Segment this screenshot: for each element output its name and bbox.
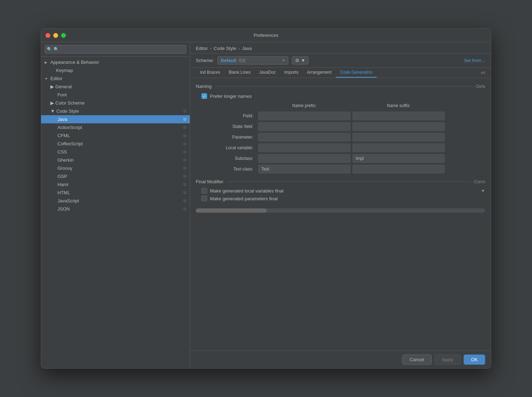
parameter-suffix-input[interactable] bbox=[353, 133, 445, 141]
close-button[interactable] bbox=[45, 33, 50, 38]
tab-ind-braces[interactable]: ind Braces bbox=[196, 68, 225, 78]
tab-imports[interactable]: Imports bbox=[280, 68, 303, 78]
search-input[interactable] bbox=[45, 45, 186, 54]
sidebar-item-label: Keymap bbox=[50, 68, 73, 73]
sidebar-item-java[interactable]: Java ⧉ bbox=[41, 115, 190, 123]
arrow-icon: ▼ bbox=[45, 108, 55, 114]
sidebar-item-json[interactable]: JSON ⧉ bbox=[41, 205, 190, 213]
sidebar-item-label: Gherkin bbox=[57, 157, 74, 163]
field-label: Field: bbox=[203, 113, 256, 118]
ok-button[interactable]: OK bbox=[464, 354, 485, 365]
sidebar-item-label: CoffeeScript bbox=[57, 141, 83, 146]
scheme-dropdown[interactable]: Default IDE ▼ bbox=[217, 56, 288, 65]
scheme-scope: IDE bbox=[238, 58, 246, 63]
copy-icon: ⧉ bbox=[183, 198, 186, 203]
traffic-lights bbox=[45, 33, 66, 38]
static-field-prefix-input[interactable] bbox=[258, 122, 350, 131]
sidebar-item-css[interactable]: CSS ⧉ bbox=[41, 148, 190, 156]
local-variable-suffix-input[interactable] bbox=[353, 144, 445, 152]
arrow-icon: ▶ bbox=[45, 84, 54, 89]
breadcrumb-code-style: Code Style bbox=[214, 46, 236, 51]
copy-icon: ⧉ bbox=[183, 158, 186, 162]
sidebar-item-general[interactable]: ▶ General bbox=[41, 83, 190, 91]
sidebar-item-label: JSON bbox=[57, 206, 70, 212]
sidebar-item-editor[interactable]: ▼ Editor bbox=[41, 74, 190, 83]
field-prefix-input[interactable] bbox=[258, 112, 350, 120]
set-from-link[interactable]: Set from... bbox=[464, 58, 485, 63]
breadcrumb-java: Java bbox=[242, 46, 251, 51]
breadcrumb: Editor › Code Style › Java bbox=[190, 42, 491, 54]
tab-code-generation[interactable]: Code Generation bbox=[336, 68, 377, 78]
parameters-final-checkbox[interactable] bbox=[201, 196, 207, 201]
sidebar-item-actionscript[interactable]: ActionScript ⧉ bbox=[41, 123, 190, 132]
static-field-suffix-input[interactable] bbox=[353, 122, 445, 131]
copy-icon: ⧉ bbox=[183, 109, 186, 113]
local-variables-final-row: Make generated local variables final ▼ bbox=[201, 188, 485, 194]
sidebar-item-gherkin[interactable]: Gherkin ⧉ bbox=[41, 156, 190, 164]
naming-section-header: Naming Defa bbox=[196, 84, 485, 89]
gear-button[interactable]: ⚙ ▼ bbox=[292, 56, 309, 65]
sidebar-item-label: Java bbox=[57, 117, 67, 122]
tab-overflow[interactable]: ≡4 bbox=[481, 71, 485, 75]
sidebar-item-groovy[interactable]: Groovy ⧉ bbox=[41, 164, 190, 172]
copy-icon: ⧉ bbox=[183, 182, 186, 187]
sidebar-item-label: Editor bbox=[50, 76, 62, 81]
tab-arrangement[interactable]: Arrangement bbox=[303, 68, 336, 78]
tab-javadoc[interactable]: JavaDoc bbox=[255, 68, 280, 78]
minimize-button[interactable] bbox=[53, 33, 58, 38]
sidebar-item-coffeescript[interactable]: CoffeeScript ⧉ bbox=[41, 140, 190, 148]
sidebar-item-appearance[interactable]: ▶ Appearance & Behavior bbox=[41, 58, 190, 66]
sidebar-item-gsp[interactable]: GSP ⧉ bbox=[41, 172, 190, 180]
sidebar-item-haml[interactable]: Haml ⧉ bbox=[41, 180, 190, 189]
local-variables-final-checkbox[interactable] bbox=[201, 188, 207, 194]
dropdown-toggle-icon[interactable]: ▼ bbox=[481, 188, 485, 194]
test-class-suffix-input[interactable] bbox=[353, 165, 445, 173]
apply-button[interactable]: Apply bbox=[434, 354, 461, 365]
final-modifier-header: Final Modifier Comn bbox=[196, 179, 485, 184]
naming-divider bbox=[215, 86, 476, 86]
sidebar-item-label: GSP bbox=[57, 174, 67, 179]
field-suffix-input[interactable] bbox=[353, 112, 445, 120]
sidebar-item-label: General bbox=[55, 84, 72, 89]
sidebar-item-font[interactable]: Font bbox=[41, 91, 190, 99]
sidebar-item-label: Appearance & Behavior bbox=[50, 60, 99, 65]
sidebar-item-keymap[interactable]: Keymap bbox=[41, 66, 190, 74]
sidebar-item-code-style[interactable]: ▼ Code Style ⧉ bbox=[41, 107, 190, 115]
copy-icon: ⧉ bbox=[183, 150, 186, 154]
subclass-suffix-input[interactable]: Impl bbox=[353, 154, 445, 163]
copy-icon: ⧉ bbox=[183, 166, 186, 170]
suffix-header: Name suffix: bbox=[353, 102, 445, 110]
sidebar-item-color-scheme[interactable]: ▶ Color Scheme bbox=[41, 99, 190, 107]
scheme-label: Scheme: bbox=[196, 58, 214, 63]
test-class-prefix-input[interactable] bbox=[258, 165, 350, 173]
scrollbar-thumb bbox=[196, 208, 267, 213]
copy-icon: ⧉ bbox=[183, 125, 186, 130]
sidebar-item-html[interactable]: HTML ⧉ bbox=[41, 189, 190, 197]
prefer-longer-names-label: Prefer longer names bbox=[210, 94, 252, 99]
prefer-longer-names-checkbox[interactable] bbox=[201, 93, 207, 99]
tab-blank-lines[interactable]: Blank Lines bbox=[225, 68, 255, 78]
maximize-button[interactable] bbox=[61, 33, 66, 38]
sidebar-tree: ▶ Appearance & Behavior Keymap ▼ Editor … bbox=[41, 57, 190, 368]
local-variable-label: Local variable: bbox=[203, 145, 256, 150]
copy-icon: ⧉ bbox=[183, 141, 186, 146]
parameter-prefix-input[interactable] bbox=[258, 133, 350, 141]
local-variables-final-label: Make generated local variables final bbox=[210, 188, 283, 194]
copy-icon: ⧉ bbox=[183, 190, 186, 195]
sidebar-item-label: Color Scheme bbox=[55, 100, 84, 106]
local-variable-prefix-input[interactable] bbox=[258, 144, 350, 152]
sidebar-item-javascript[interactable]: JavaScript ⧉ bbox=[41, 197, 190, 205]
subclass-prefix-input[interactable] bbox=[258, 154, 350, 163]
subclass-label: Subclass: bbox=[203, 156, 256, 161]
horizontal-scrollbar[interactable] bbox=[196, 208, 485, 213]
title-bar: Preferences bbox=[41, 29, 491, 42]
sidebar-item-label: CSS bbox=[57, 149, 67, 155]
sidebar-item-label: Code Style bbox=[56, 108, 79, 114]
parameter-label: Parameter: bbox=[203, 135, 256, 140]
sidebar-item-cfml[interactable]: CFML ⧉ bbox=[41, 132, 190, 140]
cancel-button[interactable]: Cancel bbox=[402, 354, 431, 365]
parameters-final-row: Make generated parameters final bbox=[201, 196, 485, 201]
sidebar-item-label: Haml bbox=[57, 182, 68, 187]
gear-icon: ⚙ bbox=[295, 58, 299, 63]
final-modifier-divider bbox=[227, 181, 470, 182]
